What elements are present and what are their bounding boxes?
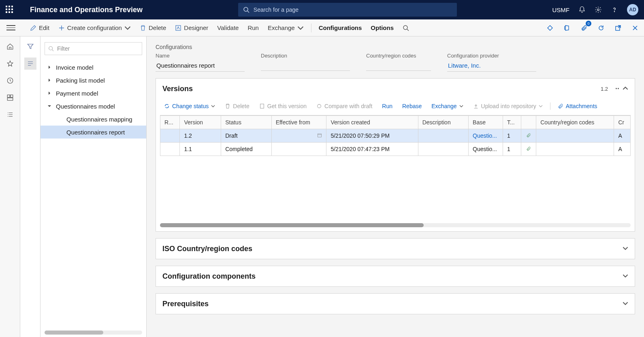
options-tab[interactable]: Options	[367, 23, 398, 33]
svg-line-13	[52, 50, 54, 51]
clock-icon[interactable]	[6, 76, 15, 85]
column-header[interactable]: Cr	[614, 116, 631, 129]
caret-down-icon	[48, 105, 52, 108]
grid-horizontal-scrollbar[interactable]	[160, 223, 631, 227]
column-header[interactable]: R...	[160, 116, 180, 129]
expand-icon[interactable]	[623, 272, 628, 281]
delete-button[interactable]: Delete	[136, 23, 170, 33]
version-run-button[interactable]: Run	[378, 101, 397, 111]
prerequisites-title[interactable]: Prerequisites	[162, 300, 209, 308]
caret-right-icon	[48, 79, 52, 82]
prerequisites-panel: Prerequisites	[156, 293, 635, 314]
funnel-icon[interactable]	[24, 41, 36, 53]
svg-point-2	[597, 9, 599, 11]
run-button[interactable]: Run	[243, 23, 263, 33]
tree-item[interactable]: Questionnaires mapping	[41, 113, 146, 126]
star-icon[interactable]	[6, 59, 15, 68]
versions-panel: Versions 1.2 ·· Change status Delete	[156, 78, 635, 232]
tree-item-label: Questionnaires report	[66, 129, 125, 136]
bell-icon[interactable]	[578, 6, 586, 13]
column-header[interactable]: Status	[221, 116, 271, 129]
create-configuration-button[interactable]: Create configuration	[54, 23, 135, 33]
more-icon[interactable]: ··	[615, 85, 619, 93]
user-avatar[interactable]: AD	[627, 4, 638, 15]
column-header[interactable]: Description	[418, 116, 468, 129]
designer-button[interactable]: Designer	[171, 23, 212, 33]
app-launcher-icon[interactable]	[6, 6, 14, 14]
expand-icon[interactable]	[623, 245, 628, 253]
tree-item[interactable]: Packing list model	[41, 74, 146, 87]
description-value[interactable]	[261, 60, 350, 71]
svg-point-3	[614, 11, 614, 12]
expand-icon[interactable]	[623, 300, 628, 308]
table-row[interactable]: 1.2Draft5/21/2020 07:50:29 PMQuestio...1…	[160, 129, 631, 143]
tree-item[interactable]: Questionnaires model	[41, 100, 146, 113]
paperclip-icon	[526, 133, 531, 138]
iso-title[interactable]: ISO Country/region codes	[162, 245, 252, 253]
column-header[interactable]: Version created	[326, 116, 418, 129]
diamond-icon[interactable]	[544, 22, 556, 34]
modules-icon[interactable]	[6, 110, 15, 119]
tree-item[interactable]: Invoice model	[41, 61, 146, 74]
filter-rail	[20, 36, 41, 337]
calendar-icon[interactable]	[317, 132, 322, 139]
svg-rect-9	[7, 95, 10, 97]
rebase-button[interactable]: Rebase	[398, 101, 426, 111]
workspace-icon[interactable]	[6, 93, 15, 102]
versions-toolbar: Change status Delete Get this version Co…	[156, 99, 635, 115]
compare-with-draft-button[interactable]: Compare with draft	[312, 101, 376, 111]
change-status-button[interactable]: Change status	[160, 101, 219, 111]
list-pane-icon[interactable]	[24, 58, 36, 70]
chevron-down-icon	[459, 104, 463, 108]
global-search[interactable]: Search for a page	[238, 3, 457, 17]
svg-rect-10	[10, 95, 13, 97]
company-code[interactable]: USMF	[552, 6, 570, 13]
version-attachments-button[interactable]: Attachments	[554, 101, 601, 111]
search-placeholder: Search for a page	[254, 6, 299, 13]
column-header[interactable]: Base	[469, 116, 503, 129]
edit-button[interactable]: Edit	[26, 23, 53, 33]
home-icon[interactable]	[6, 42, 15, 51]
column-header[interactable]: T...	[503, 116, 521, 129]
column-header[interactable]: Version	[180, 116, 221, 129]
svg-line-1	[247, 11, 249, 13]
components-title[interactable]: Configuration components	[162, 272, 256, 281]
column-header[interactable]: Country/region codes	[536, 116, 614, 129]
refresh-icon[interactable]	[595, 22, 607, 34]
name-value[interactable]: Questionnaires report	[156, 60, 245, 72]
nav-filter-input[interactable]: Filter	[45, 42, 142, 55]
status-cycle-icon	[164, 103, 170, 109]
collapse-icon[interactable]	[623, 85, 628, 93]
exchange-button[interactable]: Exchange	[264, 23, 308, 33]
tree-item[interactable]: Payment model	[41, 87, 146, 100]
attachments-icon[interactable]: 0	[578, 22, 590, 34]
breadcrumb: Configurations	[156, 44, 635, 50]
version-delete-button[interactable]: Delete	[221, 101, 253, 111]
designer-icon	[175, 25, 181, 31]
actionbar-search-button[interactable]	[399, 23, 413, 33]
country-codes-value[interactable]	[366, 60, 431, 71]
provider-label: Configuration provider	[447, 53, 536, 59]
upload-repository-button[interactable]: Upload into repository	[469, 101, 547, 111]
attachments-badge: 0	[586, 21, 591, 26]
actionbar: Edit Create configuration Delete Designe…	[0, 19, 644, 36]
hamburger-icon[interactable]	[6, 23, 15, 32]
gear-icon[interactable]	[595, 6, 602, 13]
office-icon[interactable]	[561, 22, 573, 34]
column-header[interactable]	[521, 116, 536, 129]
chevron-down-icon	[539, 104, 543, 108]
get-this-version-button[interactable]: Get this version	[255, 101, 311, 111]
trash-icon	[140, 25, 146, 31]
close-icon[interactable]	[629, 22, 641, 34]
content-area: Configurations Name Questionnaires repor…	[147, 36, 644, 337]
version-exchange-button[interactable]: Exchange	[427, 101, 467, 111]
nav-horizontal-scrollbar[interactable]	[45, 331, 142, 335]
validate-button[interactable]: Validate	[213, 23, 243, 33]
table-row[interactable]: 1.1Completed5/21/2020 07:47:23 PMQuestio…	[160, 143, 631, 156]
help-icon[interactable]	[611, 6, 618, 13]
tree-item[interactable]: Questionnaires report	[41, 126, 146, 139]
configurations-tab[interactable]: Configurations	[315, 23, 366, 33]
column-header[interactable]: Effective from	[271, 116, 326, 129]
popout-icon[interactable]	[612, 22, 624, 34]
provider-value[interactable]: Litware, Inc.	[447, 60, 536, 72]
